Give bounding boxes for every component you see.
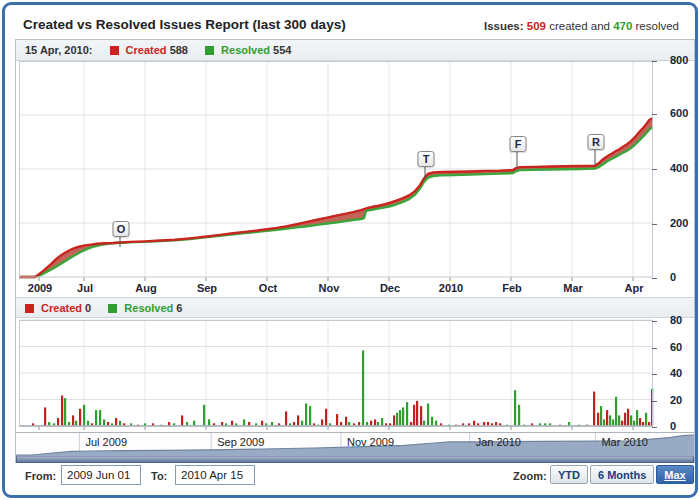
navigator-label: Jul 2009: [85, 436, 127, 448]
flag-marker-o[interactable]: O: [113, 221, 130, 237]
daily-bars-chart[interactable]: [19, 320, 653, 432]
range-navigator[interactable]: Jul 2009Sep 2009Nov 2009Jan 2010Mar 2010: [16, 432, 694, 456]
bar-resolved-legend-value: 6: [176, 302, 182, 314]
x-axis-label: Sep: [197, 282, 217, 294]
created-legend-value: 588: [170, 44, 188, 56]
flag-marker-r[interactable]: R: [588, 134, 605, 150]
y-axis-tick: [652, 374, 657, 375]
x-axis-label: 2010: [439, 282, 463, 294]
zoom-button-ytd[interactable]: YTD: [550, 465, 588, 484]
y-axis-label: 0: [670, 271, 676, 283]
x-axis-label: Nov: [319, 282, 340, 294]
x-axis-label: Mar: [563, 282, 583, 294]
navigator-scrollbar[interactable]: [16, 456, 694, 463]
created-swatch-icon: [110, 46, 119, 55]
legend-date: 15 Apr, 2010:: [25, 44, 92, 56]
y-axis-label: 0: [670, 420, 676, 432]
y-axis-tick: [652, 401, 657, 402]
summary-suffix: resolved: [636, 20, 679, 32]
issues-summary: Issues: 509 created and 470 resolved: [484, 20, 679, 32]
y-axis-label: 80: [670, 314, 682, 326]
resolved-legend-label[interactable]: Resolved: [221, 44, 270, 56]
navigator-label: Mar 2010: [601, 436, 647, 448]
x-axis-label: Apr: [625, 282, 644, 294]
bar-created-legend-label[interactable]: Created: [41, 302, 82, 314]
y-axis-tick: [652, 427, 657, 428]
resolved-swatch-icon: [205, 46, 214, 55]
navigator-label: Nov 2009: [347, 436, 394, 448]
y-axis-tick: [652, 169, 657, 170]
x-axis-label: Feb: [502, 282, 522, 294]
zoom-button-6-months[interactable]: 6 Months: [590, 465, 654, 484]
y-axis-tick: [652, 224, 657, 225]
y-axis-tick: [652, 61, 657, 62]
y-axis-label: 400: [670, 162, 688, 174]
y-axis-label: 600: [670, 107, 688, 119]
resolved-legend-value: 554: [273, 44, 291, 56]
zoom-buttons: YTD6 MonthsMax: [548, 465, 694, 484]
x-axis-label: Oct: [259, 282, 277, 294]
y-axis-tick: [652, 321, 657, 322]
from-date-input[interactable]: [61, 465, 141, 485]
y-axis-tick: [652, 114, 657, 115]
y-axis-tick: [652, 278, 657, 279]
navigator-label: Jan 2010: [476, 436, 521, 448]
y-axis-label: 200: [670, 217, 688, 229]
created-count: 509: [527, 20, 546, 32]
flag-marker-t[interactable]: T: [418, 151, 435, 167]
x-axis-label: 2009: [28, 282, 52, 294]
flag-marker-f[interactable]: F: [510, 136, 527, 152]
x-axis-label: Aug: [135, 282, 156, 294]
report-frame: Created vs Resolved Issues Report (last …: [2, 2, 698, 498]
y-axis-label: 20: [670, 394, 682, 406]
zoom-label: Zoom:: [513, 470, 547, 482]
navigator-label: Sep 2009: [217, 436, 264, 448]
from-label: From:: [25, 470, 56, 482]
bar-chart-legend: Created 0 Resolved 6: [16, 297, 694, 318]
to-date-input[interactable]: [175, 465, 255, 485]
y-axis-label: 40: [670, 367, 682, 379]
y-axis-label: 60: [670, 341, 682, 353]
created-legend-label[interactable]: Created: [126, 44, 167, 56]
main-chart-legend: 15 Apr, 2010: Created 588 Resolved 554: [16, 40, 694, 61]
y-axis-tick: [652, 348, 657, 349]
bar-resolved-legend-label[interactable]: Resolved: [124, 302, 173, 314]
page-title: Created vs Resolved Issues Report (last …: [23, 17, 346, 32]
y-axis-label: 800: [670, 54, 688, 66]
created-swatch-icon: [25, 304, 34, 313]
x-axis-label: Jul: [77, 282, 93, 294]
x-axis-label: Dec: [380, 282, 400, 294]
resolved-count: 470: [613, 20, 632, 32]
main-cumulative-chart[interactable]: [19, 61, 653, 283]
summary-mid: created and: [549, 20, 610, 32]
chart-panel: 15 Apr, 2010: Created 588 Resolved 554 0…: [15, 39, 695, 463]
bar-created-legend-value: 0: [85, 302, 91, 314]
to-label: To:: [151, 470, 167, 482]
summary-prefix: Issues:: [484, 20, 524, 32]
resolved-swatch-icon: [108, 304, 117, 313]
zoom-button-max[interactable]: Max: [656, 465, 693, 484]
